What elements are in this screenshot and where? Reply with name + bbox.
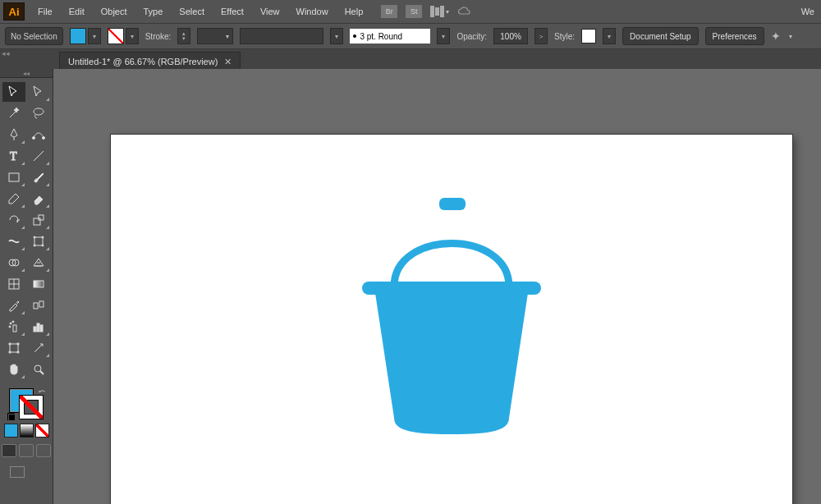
eyedropper-tool[interactable] (2, 296, 25, 315)
mesh-tool[interactable] (2, 274, 25, 294)
fill-swatch[interactable] (70, 28, 86, 44)
direct-selection-tool[interactable] (27, 82, 50, 102)
paintbrush-tool[interactable] (27, 167, 50, 187)
canvas-area[interactable] (53, 69, 821, 504)
artboard[interactable] (111, 135, 792, 504)
screen-mode-icon[interactable] (10, 466, 25, 478)
svg-point-1 (43, 137, 45, 140)
svg-rect-5 (34, 218, 40, 225)
bridge-icon[interactable]: Br (381, 5, 397, 18)
perspective-grid-tool[interactable] (27, 253, 50, 273)
svg-point-9 (42, 236, 44, 238)
menu-help[interactable]: Help (337, 0, 372, 23)
menu-file[interactable]: File (30, 0, 61, 23)
color-mode-gradient[interactable] (20, 424, 34, 438)
stroke-weight-field[interactable]: ▾ (197, 28, 233, 44)
sync-settings-icon[interactable] (457, 6, 472, 17)
brush-dropdown[interactable]: ▾ (330, 28, 343, 44)
arrange-documents-icon[interactable]: ▾ (430, 6, 449, 17)
opacity-field[interactable]: 100% (493, 28, 528, 44)
graphic-style-swatch[interactable] (581, 29, 596, 44)
workspace-switcher[interactable]: We (801, 7, 818, 16)
default-fill-stroke-icon[interactable] (7, 413, 16, 421)
svg-rect-25 (10, 344, 18, 352)
screen-mode-placeholder (30, 466, 43, 478)
close-tab-icon[interactable]: ✕ (224, 57, 232, 67)
brush-definition[interactable] (240, 28, 323, 44)
drawing-modes (2, 444, 51, 457)
menu-effect[interactable]: Effect (213, 0, 252, 23)
align-dropdown[interactable]: ▾ (789, 33, 792, 40)
document-tab-title: Untitled-1* @ 66.67% (RGB/Preview) (68, 57, 218, 66)
svg-text:T: T (10, 150, 17, 163)
stroke-weight-label: Stroke: (145, 32, 172, 41)
opacity-dropdown[interactable]: > (534, 28, 548, 44)
svg-point-19 (10, 323, 11, 324)
profile-dropdown[interactable]: ▾ (437, 28, 450, 44)
document-setup-button[interactable]: Document Setup (622, 27, 699, 45)
stroke-weight-stepper[interactable]: ▴▾ (177, 28, 190, 44)
curvature-tool[interactable] (27, 125, 50, 144)
app-icon: Ai (3, 2, 25, 21)
menu-object[interactable]: Object (93, 0, 135, 23)
zoom-tool[interactable] (27, 360, 50, 379)
blend-tool[interactable] (27, 296, 50, 315)
eraser-tool[interactable] (27, 189, 50, 208)
color-mode-none[interactable] (35, 424, 49, 438)
shape-builder-tool[interactable] (2, 253, 25, 273)
stroke-dropdown[interactable]: ▾ (126, 28, 139, 44)
magic-wand-tool[interactable] (2, 103, 25, 123)
bucket-artwork[interactable] (357, 196, 546, 436)
artboard-tool[interactable] (2, 338, 25, 358)
selection-tool[interactable] (2, 82, 25, 102)
color-mode-solid[interactable] (4, 424, 18, 438)
menu-window[interactable]: Window (288, 0, 337, 23)
menu-type[interactable]: Type (135, 0, 172, 23)
draw-normal-icon[interactable] (2, 444, 16, 457)
slice-tool[interactable] (27, 338, 50, 358)
profile-label: 3 pt. Round (360, 32, 402, 41)
svg-line-27 (40, 371, 44, 374)
stroke-color-box[interactable] (19, 395, 44, 419)
svg-rect-7 (34, 237, 43, 245)
tools-panel: ◂◂ T (0, 69, 53, 504)
rectangle-tool[interactable] (2, 167, 25, 187)
pen-tool[interactable] (2, 125, 25, 144)
style-dropdown[interactable]: ▾ (603, 28, 616, 44)
preferences-button[interactable]: Preferences (705, 27, 764, 45)
svg-rect-18 (13, 325, 16, 332)
rotate-tool[interactable] (2, 210, 25, 230)
scale-tool[interactable] (27, 210, 50, 230)
variable-width-profile[interactable]: 3 pt. Round (350, 29, 430, 44)
svg-rect-16 (34, 303, 38, 309)
menu-view[interactable]: View (252, 0, 288, 23)
menu-edit[interactable]: Edit (61, 0, 93, 23)
tools-panel-grip[interactable]: ◂◂ (0, 69, 53, 78)
menu-bar: Ai File Edit Object Type Select Effect V… (0, 0, 821, 23)
menu-select[interactable]: Select (171, 0, 213, 23)
panel-collapse-handle[interactable]: ◂◂ (2, 49, 10, 57)
fill-stroke-indicator[interactable]: ⤺ (9, 388, 44, 419)
document-tab[interactable]: Untitled-1* @ 66.67% (RGB/Preview) ✕ (59, 52, 241, 71)
shaper-tool[interactable] (2, 189, 25, 208)
free-transform-tool[interactable] (27, 231, 50, 251)
stock-icon[interactable]: St (406, 5, 422, 18)
lasso-tool[interactable] (27, 103, 50, 123)
align-to-icon[interactable]: ✦ (771, 30, 781, 43)
stroke-swatch[interactable] (108, 28, 124, 44)
fill-dropdown[interactable]: ▾ (88, 28, 101, 44)
column-graph-tool[interactable] (27, 317, 50, 337)
line-segment-tool[interactable] (27, 146, 50, 166)
hand-tool[interactable] (2, 360, 25, 379)
type-tool[interactable]: T (2, 146, 25, 166)
width-tool[interactable] (2, 231, 25, 251)
svg-point-21 (9, 326, 11, 328)
svg-point-8 (34, 236, 35, 238)
svg-rect-28 (439, 198, 466, 210)
gradient-tool[interactable] (27, 274, 50, 294)
svg-rect-4 (9, 173, 19, 181)
draw-inside-icon[interactable] (36, 444, 51, 457)
swap-fill-stroke-icon[interactable]: ⤺ (39, 387, 45, 396)
symbol-sprayer-tool[interactable] (2, 317, 25, 337)
draw-behind-icon[interactable] (19, 444, 34, 457)
